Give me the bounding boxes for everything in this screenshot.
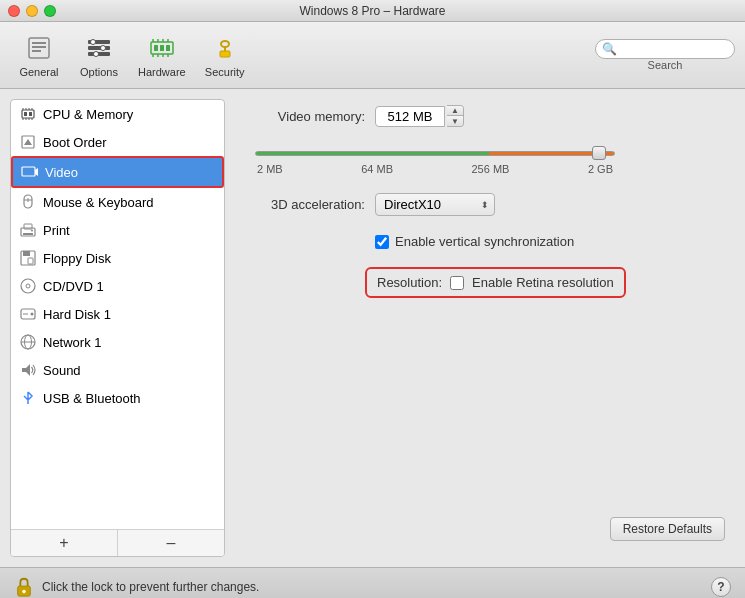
lock-text: Click the lock to prevent further change…: [42, 580, 259, 594]
slider-rail: [255, 151, 615, 156]
svg-marker-57: [22, 364, 30, 376]
svg-point-9: [94, 52, 99, 57]
svg-rect-27: [29, 112, 32, 116]
search-icon: 🔍: [602, 42, 617, 56]
general-label: General: [19, 66, 58, 78]
lock-section: Click the lock to prevent further change…: [14, 576, 259, 598]
video-label: Video: [45, 165, 78, 180]
cd-dvd-icon: [19, 277, 37, 295]
svg-rect-12: [160, 45, 164, 51]
retina-label: Enable Retina resolution: [472, 275, 614, 290]
network-icon: [19, 333, 37, 351]
print-icon: [19, 221, 37, 239]
sidebar-item-cpu-memory[interactable]: CPU & Memory: [11, 100, 224, 128]
sidebar-item-sound[interactable]: Sound: [11, 356, 224, 384]
sidebar-list: CPU & Memory Boot Order: [11, 100, 224, 529]
content-panel: Video memory: ▲ ▼ 2 MB 64 MB 256 MB 2 GB: [225, 89, 745, 567]
acceleration-dropdown-wrapper: DirectX10 DirectX11 None ⬍: [375, 193, 495, 216]
minimize-button[interactable]: [26, 5, 38, 17]
toolbar: General Options: [0, 22, 745, 89]
titlebar: Windows 8 Pro – Hardware: [0, 0, 745, 22]
toolbar-options[interactable]: Options: [70, 28, 128, 82]
sidebar-item-floppy-disk[interactable]: Floppy Disk: [11, 244, 224, 272]
toolbar-hardware[interactable]: Hardware: [130, 28, 194, 82]
sidebar: CPU & Memory Boot Order: [10, 99, 225, 557]
cd-dvd-label: CD/DVD 1: [43, 279, 104, 294]
slider-label-2gb: 2 GB: [588, 163, 613, 175]
sidebar-item-network-1[interactable]: Network 1: [11, 328, 224, 356]
resolution-box: Resolution: Enable Retina resolution: [365, 267, 626, 298]
hardware-label: Hardware: [138, 66, 186, 78]
sidebar-item-print[interactable]: Print: [11, 216, 224, 244]
svg-rect-26: [24, 112, 27, 116]
sidebar-item-hard-disk-1[interactable]: Hard Disk 1: [11, 300, 224, 328]
svg-rect-37: [22, 167, 35, 176]
svg-rect-48: [28, 258, 33, 264]
slider-label-2mb: 2 MB: [257, 163, 283, 175]
hardware-icon: [146, 32, 178, 64]
sidebar-item-video[interactable]: Video: [11, 156, 224, 188]
main-area: CPU & Memory Boot Order: [0, 89, 745, 567]
vsync-checkbox[interactable]: [375, 235, 389, 249]
content-footer: Restore Defaults: [245, 316, 725, 551]
svg-point-50: [26, 284, 30, 288]
boot-order-icon: [19, 133, 37, 151]
sound-icon: [19, 361, 37, 379]
stepper-container: ▲ ▼: [375, 105, 464, 127]
hard-disk-icon: [19, 305, 37, 323]
stepper-buttons: ▲ ▼: [447, 105, 464, 127]
svg-rect-5: [88, 46, 110, 50]
toolbar-items: General Options: [10, 28, 254, 82]
remove-button[interactable]: –: [118, 530, 224, 556]
floppy-disk-icon: [19, 249, 37, 267]
slider-thumb[interactable]: [592, 146, 606, 160]
boot-order-label: Boot Order: [43, 135, 107, 150]
cpu-memory-label: CPU & Memory: [43, 107, 133, 122]
mouse-keyboard-icon: [19, 193, 37, 211]
help-button[interactable]: ?: [711, 577, 731, 597]
video-memory-row: Video memory: ▲ ▼: [245, 105, 725, 127]
sidebar-footer: + –: [11, 529, 224, 556]
sidebar-item-usb-bluetooth[interactable]: USB & Bluetooth: [11, 384, 224, 412]
acceleration-dropdown[interactable]: DirectX10 DirectX11 None: [375, 193, 495, 216]
add-button[interactable]: +: [11, 530, 118, 556]
sidebar-item-boot-order[interactable]: Boot Order: [11, 128, 224, 156]
maximize-button[interactable]: [44, 5, 56, 17]
acceleration-label: 3D acceleration:: [245, 197, 365, 212]
svg-point-7: [91, 40, 96, 45]
lock-icon[interactable]: [14, 576, 34, 598]
sidebar-item-mouse-keyboard[interactable]: Mouse & Keyboard: [11, 188, 224, 216]
sidebar-item-cd-dvd-1[interactable]: CD/DVD 1: [11, 272, 224, 300]
svg-rect-2: [32, 46, 46, 48]
options-icon: [83, 32, 115, 64]
toolbar-security[interactable]: Security: [196, 28, 254, 82]
svg-point-59: [22, 589, 26, 593]
hard-disk-label: Hard Disk 1: [43, 307, 111, 322]
svg-rect-1: [32, 42, 46, 44]
search-container: 🔍 Search: [595, 39, 735, 71]
video-memory-input[interactable]: [375, 106, 445, 127]
stepper-down-button[interactable]: ▼: [447, 116, 463, 126]
stepper-up-button[interactable]: ▲: [447, 106, 463, 116]
vsync-label: Enable vertical synchronization: [395, 234, 574, 249]
usb-bluetooth-label: USB & Bluetooth: [43, 391, 141, 406]
video-memory-label: Video memory:: [245, 109, 365, 124]
svg-point-49: [21, 279, 35, 293]
network-label: Network 1: [43, 335, 102, 350]
options-label: Options: [80, 66, 118, 78]
svg-rect-11: [154, 45, 158, 51]
usb-bluetooth-icon: [19, 389, 37, 407]
svg-rect-24: [220, 51, 230, 57]
window-title: Windows 8 Pro – Hardware: [299, 4, 445, 18]
bottom-bar: Click the lock to prevent further change…: [0, 567, 745, 598]
retina-checkbox[interactable]: [450, 276, 464, 290]
close-button[interactable]: [8, 5, 20, 17]
toolbar-general[interactable]: General: [10, 28, 68, 82]
restore-defaults-button[interactable]: Restore Defaults: [610, 517, 725, 541]
svg-rect-47: [23, 251, 30, 256]
window-controls[interactable]: [8, 5, 56, 17]
mouse-keyboard-label: Mouse & Keyboard: [43, 195, 154, 210]
slider-track[interactable]: [255, 145, 615, 161]
floppy-disk-label: Floppy Disk: [43, 251, 111, 266]
svg-point-45: [31, 230, 33, 232]
